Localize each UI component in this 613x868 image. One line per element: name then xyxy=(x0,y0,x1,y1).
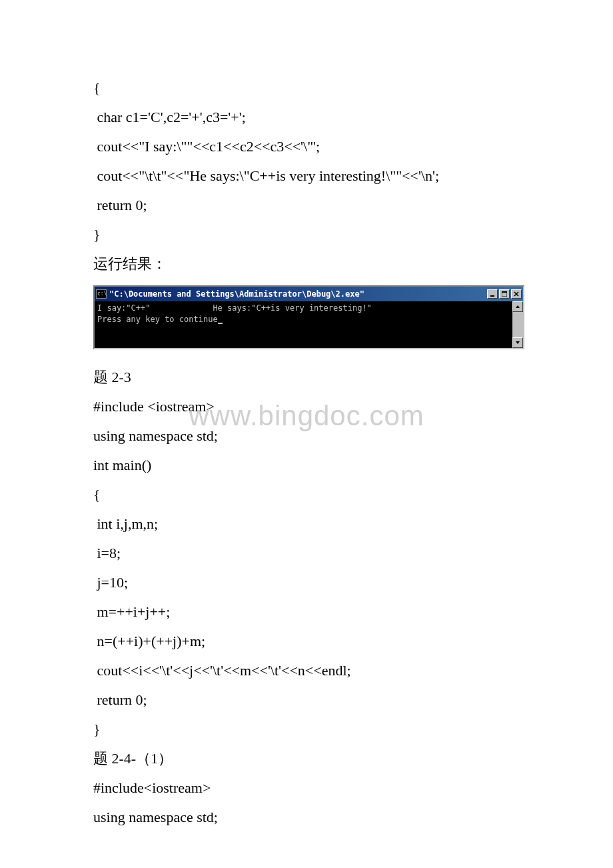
section-heading: 题 2-3 xyxy=(93,363,520,392)
svg-marker-5 xyxy=(516,305,520,308)
code-line: i=8; xyxy=(93,539,520,568)
code-line: return 0; xyxy=(93,191,520,220)
console-window: "C:\Documents and Settings\Administrator… xyxy=(93,285,524,349)
svg-rect-2 xyxy=(502,291,507,293)
result-label: 运行结果： xyxy=(93,249,520,279)
cmd-icon xyxy=(96,289,107,299)
maximize-button[interactable] xyxy=(499,289,510,299)
code-line: int i,j,m,n; xyxy=(93,509,520,539)
code-line: cout<<"\t\t"<<"He says:\"C++is very inte… xyxy=(93,161,520,191)
window-controls xyxy=(486,289,522,299)
svg-rect-0 xyxy=(490,295,494,297)
code-line: using namespace std; xyxy=(93,421,520,451)
cursor-icon xyxy=(218,323,223,324)
document-page: { char c1='C',c2='+',c3='+'; cout<<"I sa… xyxy=(0,0,613,868)
code-line: #include<iostream> xyxy=(93,773,520,803)
svg-marker-6 xyxy=(516,341,520,344)
code-line: } xyxy=(93,220,520,249)
title-bar: "C:\Documents and Settings\Administrator… xyxy=(95,287,523,301)
code-line: { xyxy=(93,480,520,509)
console-body: I say:"C++" He says:"C++is very interest… xyxy=(95,301,523,348)
section-heading: 题 2-4-（1） xyxy=(93,744,520,773)
minimize-button[interactable] xyxy=(487,289,498,299)
code-line: cout<<i<<'\t'<<j<<'\t'<<m<<'\t'<<n<<endl… xyxy=(93,656,520,685)
code-line: j=10; xyxy=(93,568,520,597)
code-line: { xyxy=(93,73,520,103)
scrollbar[interactable] xyxy=(512,301,523,348)
console-line: Press any key to continue xyxy=(97,315,218,324)
code-line: } xyxy=(93,715,520,744)
code-line: return 0; xyxy=(93,685,520,715)
code-line: m=++i+j++; xyxy=(93,597,520,627)
code-line: char c1='C',c2='+',c3='+'; xyxy=(93,103,520,132)
code-line: #include <iostream> xyxy=(93,392,520,421)
scroll-down-button[interactable] xyxy=(512,337,523,348)
console-line: I say:"C++" He says:"C++is very interest… xyxy=(97,303,372,313)
window-title: "C:\Documents and Settings\Administrator… xyxy=(109,289,364,299)
code-line: int main() xyxy=(93,451,520,480)
code-line: using namespace std; xyxy=(93,803,520,832)
scroll-up-button[interactable] xyxy=(512,301,523,312)
code-line: cout<<"I say:\""<<c1<<c2<<c3<<'\"'; xyxy=(93,132,520,161)
console-output: I say:"C++" He says:"C++is very interest… xyxy=(95,301,512,348)
close-button[interactable] xyxy=(511,289,522,299)
code-line: n=(++i)+(++j)+m; xyxy=(93,627,520,656)
